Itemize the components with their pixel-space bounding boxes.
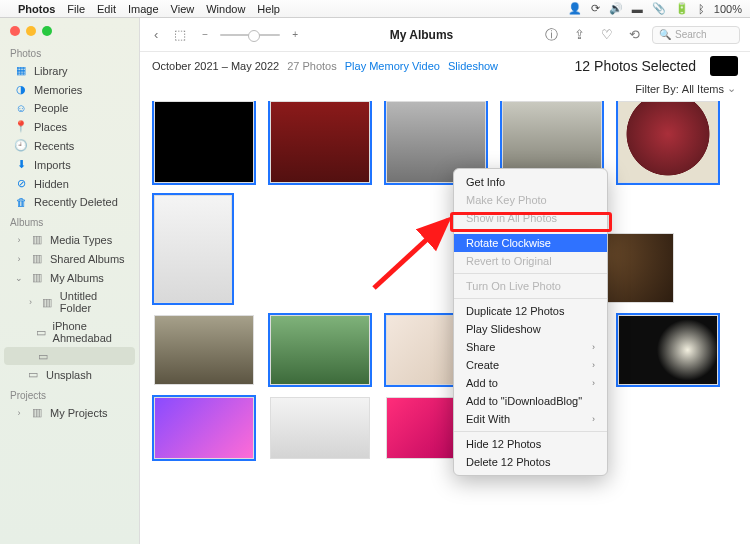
folder-icon: ▥ — [30, 252, 44, 265]
disclosure-icon[interactable]: › — [14, 235, 24, 245]
menu-window[interactable]: Window — [206, 3, 245, 15]
play-memory-link[interactable]: Play Memory Video — [345, 60, 440, 72]
ctx-create[interactable]: Create› — [454, 356, 607, 374]
places-icon: 📍 — [14, 120, 28, 133]
sidebar-item-label: Shared Albums — [50, 253, 125, 265]
photo-thumb[interactable] — [618, 101, 718, 183]
memories-icon: ◑ — [14, 83, 28, 96]
sidebar-item-people[interactable]: ☺People — [4, 99, 135, 117]
disclosure-icon[interactable]: ⌄ — [14, 273, 24, 283]
context-menu: Get Info Make Key Photo Show in All Phot… — [453, 168, 608, 476]
favorite-button[interactable]: ♡ — [597, 25, 617, 44]
sidebar-item-recents[interactable]: 🕘Recents — [4, 136, 135, 155]
folder-icon: ▥ — [30, 406, 44, 419]
sidebar-item-my-albums[interactable]: ⌄▥My Albums — [4, 268, 135, 287]
info-button[interactable]: ⓘ — [541, 24, 562, 46]
menu-help[interactable]: Help — [257, 3, 280, 15]
sidebar-item-iphone-ahmedabad[interactable]: ▭iPhone Ahmedabad — [4, 317, 135, 347]
bluetooth-icon[interactable]: ᛒ — [698, 3, 705, 15]
photo-thumb[interactable] — [154, 315, 254, 385]
sidebar-item-memories[interactable]: ◑Memories — [4, 80, 135, 99]
sidebar-item-label: Recents — [34, 140, 74, 152]
sidebar: Photos ▦Library ◑Memories ☺People 📍Place… — [0, 18, 140, 544]
ctx-add-to-idownloadblog[interactable]: Add to "iDownloadBlog" — [454, 392, 607, 410]
ctx-get-info[interactable]: Get Info — [454, 173, 607, 191]
album-icon: ▭ — [36, 326, 47, 339]
attach-icon[interactable]: 📎 — [652, 2, 666, 15]
battery-icon[interactable]: 🔋 — [675, 2, 689, 15]
chevron-down-icon[interactable]: ⌄ — [727, 82, 736, 95]
photo-thumb[interactable] — [270, 101, 370, 183]
disclosure-icon[interactable]: › — [26, 297, 35, 307]
sidebar-item-media-types[interactable]: ›▥Media Types — [4, 230, 135, 249]
photo-thumb[interactable] — [154, 195, 232, 303]
sidebar-item-untitled-folder[interactable]: ›▥Untitled Folder — [4, 287, 135, 317]
menu-file[interactable]: File — [67, 3, 85, 15]
rotate-button[interactable]: ⟲ — [625, 25, 644, 44]
toolbar: ‹ ⬚ − + My Albums ⓘ ⇪ ♡ ⟲ 🔍Search — [140, 18, 750, 52]
sidebar-item-my-projects[interactable]: ›▥My Projects — [4, 403, 135, 422]
photo-thumb[interactable] — [154, 397, 254, 459]
ctx-play-slideshow[interactable]: Play Slideshow — [454, 320, 607, 338]
close-button[interactable] — [10, 26, 20, 36]
ctx-rotate-clockwise[interactable]: Rotate Clockwise — [454, 234, 607, 252]
sidebar-item-label: Imports — [34, 159, 71, 171]
slideshow-link[interactable]: Slideshow — [448, 60, 498, 72]
ctx-duplicate[interactable]: Duplicate 12 Photos — [454, 302, 607, 320]
sync-icon[interactable]: ⟳ — [591, 2, 600, 15]
ctx-add-to[interactable]: Add to› — [454, 374, 607, 392]
flag-icon[interactable]: ▬ — [632, 3, 643, 15]
sidebar-item-label: People — [34, 102, 68, 114]
photo-count: 27 Photos — [287, 60, 337, 72]
back-button[interactable]: ‹ — [150, 25, 162, 44]
sidebar-item-shared-albums[interactable]: ›▥Shared Albums — [4, 249, 135, 268]
volume-icon[interactable]: 🔊 — [609, 2, 623, 15]
search-icon: 🔍 — [659, 29, 671, 40]
ctx-edit-with[interactable]: Edit With› — [454, 410, 607, 428]
sidebar-item-label: Media Types — [50, 234, 112, 246]
share-button[interactable]: ⇪ — [570, 25, 589, 44]
sidebar-item-imports[interactable]: ⬇Imports — [4, 155, 135, 174]
disclosure-icon[interactable]: › — [14, 408, 24, 418]
search-field[interactable]: 🔍Search — [652, 26, 740, 44]
album-icon: ▭ — [26, 368, 40, 381]
hidden-icon: ⊘ — [14, 177, 28, 190]
battery-pct: 100% — [714, 3, 742, 15]
chevron-right-icon: › — [592, 378, 595, 388]
photo-thumb[interactable] — [270, 315, 370, 385]
zoom-in-button[interactable]: + — [288, 27, 302, 42]
app-menu[interactable]: Photos — [18, 3, 55, 15]
selection-count: 12 Photos Selected — [575, 58, 696, 74]
filter-value[interactable]: All Items — [682, 83, 724, 95]
zoom-out-button[interactable]: − — [198, 27, 212, 42]
photo-thumb[interactable] — [270, 397, 370, 459]
zoom-button[interactable] — [42, 26, 52, 36]
disclosure-icon[interactable]: › — [14, 254, 24, 264]
trash-icon: 🗑 — [14, 196, 28, 208]
sidebar-item-unsplash[interactable]: ▭Unsplash — [4, 365, 135, 384]
sidebar-item-library[interactable]: ▦Library — [4, 61, 135, 80]
ctx-share[interactable]: Share› — [454, 338, 607, 356]
menu-edit[interactable]: Edit — [97, 3, 116, 15]
sidebar-item-hidden[interactable]: ⊘Hidden — [4, 174, 135, 193]
sidebar-item-places[interactable]: 📍Places — [4, 117, 135, 136]
main-area: ‹ ⬚ − + My Albums ⓘ ⇪ ♡ ⟲ 🔍Search Octobe… — [140, 18, 750, 544]
user-icon[interactable]: 👤 — [568, 2, 582, 15]
selection-preview — [710, 56, 738, 76]
photo-thumb[interactable] — [618, 315, 718, 385]
sidebar-item-label: iPhone Ahmedabad — [53, 320, 125, 344]
zoom-slider[interactable] — [220, 34, 280, 36]
menu-view[interactable]: View — [171, 3, 195, 15]
sub-header: October 2021 – May 2022 27 Photos Play M… — [140, 52, 750, 80]
aspect-button[interactable]: ⬚ — [170, 25, 190, 44]
ctx-hide[interactable]: Hide 12 Photos — [454, 435, 607, 453]
minimize-button[interactable] — [26, 26, 36, 36]
ctx-delete[interactable]: Delete 12 Photos — [454, 453, 607, 471]
sidebar-item-recently-deleted[interactable]: 🗑Recently Deleted — [4, 193, 135, 211]
menu-image[interactable]: Image — [128, 3, 159, 15]
sidebar-item-label: Hidden — [34, 178, 69, 190]
ctx-show-in-all-photos: Show in All Photos — [454, 209, 607, 227]
sidebar-item-blank-album[interactable]: ▭ — [4, 347, 135, 365]
photo-thumb[interactable] — [154, 101, 254, 183]
filter-label: Filter By: — [635, 83, 678, 95]
